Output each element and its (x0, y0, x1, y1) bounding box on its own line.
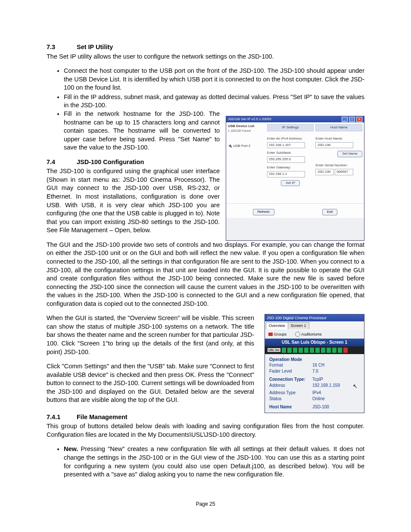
usb-device-list-sub: 1 JSD100 Found (228, 129, 265, 133)
refresh-button[interactable]: Refresh (253, 209, 274, 215)
ip-settings-header: IP Settings (267, 124, 314, 131)
heading-7-4-1: 7.4.1File Management (47, 413, 364, 422)
status-value: Online (312, 396, 325, 402)
address-label: Address (269, 383, 312, 390)
set-ip-button[interactable]: Set IP (281, 180, 300, 187)
speaker-icon (315, 348, 320, 353)
hostname-label: Enter Host Name: (315, 137, 362, 141)
gateway-input[interactable]: 192.168.1.1 (267, 171, 305, 177)
groups-icon (268, 333, 273, 336)
bullet-1: Connect the host computer to the USB por… (64, 67, 364, 92)
usl-badge: USL Inc (268, 348, 280, 352)
cursor-icon: ↖ (353, 383, 358, 390)
speaker-icon (321, 348, 325, 353)
serial-label: Enter Serial Number: (315, 163, 362, 168)
speaker-icon (338, 348, 342, 353)
speaker-off-icon (343, 348, 348, 353)
ipv4-label: Enter An IPv4 Address: (267, 137, 314, 141)
auditoriums-icon (295, 332, 300, 337)
figure-overview-window: JSD-100 Digital Cinema Processor Overvie… (265, 314, 364, 413)
ipv4-input[interactable]: 192.168.1.167 (267, 142, 305, 149)
intro-7-3: The Set IP utility allows the user to co… (47, 53, 364, 61)
new-text: Pressing "New" creates a new configurati… (64, 445, 364, 478)
submask-input[interactable]: 255.255.255.0 (267, 156, 305, 163)
close-icon[interactable]: ✕ (356, 117, 362, 122)
overview-titlebar: JSD-100 Digital Cinema Processor (265, 314, 364, 321)
para-7-4-3: When the GUI is started, the "Overview S… (47, 314, 254, 356)
speaker-row: USL Inc (265, 346, 364, 354)
gateway-label: Enter Gateway: (267, 165, 314, 170)
submask-label: Enter SubMask: (267, 151, 314, 156)
hostname-value: JSD-100 (312, 404, 329, 410)
speaker-icon (310, 348, 314, 353)
operation-mode-header: Operation Mode (269, 357, 360, 363)
host-name-header: Host Name (315, 124, 362, 131)
para-7-4-4: Click "Comm Settings" and then the "USB"… (47, 362, 254, 404)
speaker-icon (304, 348, 308, 353)
tab-screen-1[interactable]: Screen 1 (288, 322, 309, 329)
hostname-input[interactable]: JSD-100 (315, 142, 353, 149)
setip-titlebar: JSD100 Set IP v2.5.1.20053 _ □ ✕ (226, 116, 364, 122)
conn-type-value: TcpIP (312, 376, 323, 383)
para-7-4-1: The JSD-100 is configured using the grap… (47, 167, 220, 235)
heading-7-3: 7.3Set IP Utility (47, 43, 364, 52)
minimize-icon[interactable]: _ (342, 117, 348, 122)
intro-7-4-1: This group of buttons detailed below dea… (47, 422, 364, 439)
serial-prefix-input[interactable]: JSD-100 (315, 169, 334, 175)
file-mgmt-list: New. Pressing "New" creates a new config… (47, 445, 364, 479)
bullet-2: Fill in the IP address, subnet mask, and… (64, 93, 364, 110)
new-label: New. (64, 445, 78, 452)
format-label: Format (269, 362, 312, 368)
format-value: 16 CH (312, 362, 324, 368)
auditoriums-tool[interactable]: Auditoriums (295, 332, 322, 337)
hostname-label: Host Name (269, 404, 312, 410)
speaker-icon (332, 348, 336, 353)
speaker-icon (299, 348, 303, 353)
speaker-icon (282, 348, 286, 353)
setip-title-text: JSD100 Set IP v2.5.1.20053 (228, 117, 271, 122)
status-label: Status (269, 396, 312, 402)
maximize-icon[interactable]: □ (349, 117, 355, 122)
para-7-4-2: The GUI and the JSD-100 provide two sets… (47, 241, 364, 308)
speaker-icon (293, 348, 297, 353)
usb-device-list-header: USB Device List (228, 124, 265, 129)
new-item: New. Pressing "New" creates a new config… (64, 445, 364, 479)
page-number: Page 25 (47, 501, 364, 507)
figure-set-ip-window: JSD100 Set IP v2.5.1.20053 _ □ ✕ USB Dev… (226, 116, 364, 241)
address-type-label: Address Type (269, 390, 312, 396)
bullet-3: Fill in the network hostname for the JSD… (64, 110, 220, 152)
speaker-icon (327, 348, 331, 353)
address-type-value: IPv4 (312, 390, 321, 396)
conn-type-label: Connection Type: (269, 376, 312, 383)
speaker-icon (287, 348, 292, 353)
bullets-7-3: Connect the host computer to the USB por… (47, 67, 364, 110)
set-name-button[interactable]: Set Name (337, 151, 362, 157)
fader-label: Fader Level (269, 368, 312, 374)
exit-button[interactable]: Exit (322, 209, 337, 215)
groups-tool[interactable]: Groups (268, 332, 286, 337)
tab-overview[interactable]: Overview (266, 322, 288, 329)
address-value: 192.168.1.159 (312, 383, 340, 390)
heading-7-4: 7.4JSD-100 Configuration (47, 158, 220, 167)
usb-port-item[interactable]: 🔌 USB Port 2 (228, 144, 265, 149)
fader-value: 7.0 (312, 368, 318, 374)
serial-number-input[interactable]: 000667 (335, 169, 353, 175)
overview-banner: USL San Luis Obispo - Screen 1 (265, 339, 364, 346)
